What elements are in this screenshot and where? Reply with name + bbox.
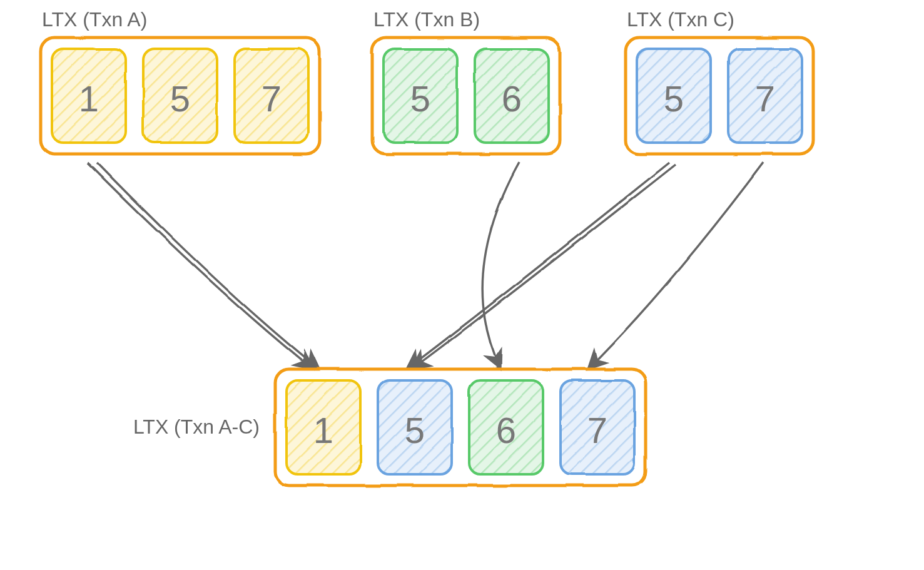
page-number: 5: [664, 78, 684, 119]
ltx-merge-diagram: LTX (Txn A)157LTX (Txn B)56LTX (Txn C)57…: [0, 0, 924, 570]
ltx-merged-label: LTX (Txn A-C): [133, 415, 260, 438]
page-number: 5: [170, 78, 190, 119]
page-number: 6: [496, 410, 516, 450]
ltx-label: LTX (Txn C): [627, 8, 734, 31]
page-number: 7: [261, 78, 282, 119]
page-number: 7: [587, 410, 607, 450]
page-number: 7: [755, 78, 775, 119]
page-number: 1: [313, 410, 333, 450]
ltx-label: LTX (Txn A): [42, 8, 147, 31]
merge-arrow: [588, 163, 763, 369]
merge-arrow: [407, 163, 669, 369]
page-number: 1: [79, 78, 99, 119]
merge-arrow: [97, 163, 319, 369]
ltx-label: LTX (Txn B): [373, 8, 480, 31]
page-number: 5: [405, 410, 425, 450]
merge-arrow: [482, 163, 519, 369]
page-number: 6: [502, 78, 522, 119]
merge-arrow: [412, 165, 676, 369]
page-number: 5: [410, 78, 430, 119]
